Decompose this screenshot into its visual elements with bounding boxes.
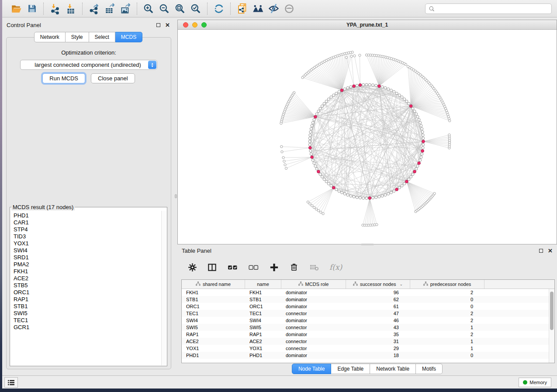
- float-panel-icon[interactable]: [156, 23, 160, 27]
- export-image-icon[interactable]: [118, 2, 133, 16]
- column-header-name[interactable]: name: [245, 280, 281, 289]
- deselect-all-icon[interactable]: [248, 262, 259, 273]
- mcds-list-scrollbar[interactable]: [161, 211, 166, 365]
- tab-select[interactable]: Select: [89, 32, 115, 42]
- mcds-result-item[interactable]: SRD1: [14, 254, 161, 261]
- tab-style[interactable]: Style: [66, 32, 89, 42]
- run-mcds-button[interactable]: Run MCDS: [42, 73, 85, 83]
- table-row[interactable]: YOX1YOX1connector291: [182, 345, 554, 352]
- mcds-result-list: PHD1CAR1STP4TID3YOX1SWI4SRD1PMA2FKH1ACE2…: [10, 211, 161, 365]
- mcds-result-item[interactable]: GCR1: [14, 324, 161, 331]
- column-header-shared-name[interactable]: shared name: [182, 280, 245, 289]
- mcds-result-item[interactable]: ACE2: [14, 275, 161, 282]
- mcds-result-item[interactable]: CAR1: [14, 219, 161, 226]
- mcds-result-item[interactable]: TID3: [14, 233, 161, 240]
- mcds-result-item[interactable]: STB1: [14, 303, 161, 310]
- save-session-icon[interactable]: [24, 2, 40, 16]
- mcds-result-item[interactable]: TEC1: [14, 317, 161, 324]
- apply-layout-icon[interactable]: [211, 2, 227, 16]
- mcds-result-item[interactable]: STB5: [14, 282, 161, 289]
- mcds-result-item[interactable]: RAP1: [14, 296, 161, 303]
- cell-name: SWI5: [245, 325, 281, 330]
- add-column-icon[interactable]: [269, 262, 279, 272]
- search-input[interactable]: [435, 5, 548, 12]
- column-label: successor nodes: [360, 282, 396, 287]
- zoom-in-icon[interactable]: [141, 2, 156, 16]
- zoom-out-icon[interactable]: [156, 2, 172, 16]
- panel-divider-vertical[interactable]: [174, 20, 177, 375]
- close-panel-icon[interactable]: ✕: [165, 23, 170, 27]
- table-panel-tabs: Node TableEdge TableNetwork TableMotifs: [177, 364, 557, 374]
- table-row[interactable]: ACE2ACE2connector311: [182, 338, 554, 345]
- table-row[interactable]: TEC1TEC1connector472: [182, 310, 554, 317]
- network-window-titlebar[interactable]: YPA_prune.txt_1: [178, 20, 557, 30]
- export-table-icon[interactable]: [102, 2, 118, 16]
- column-header-predecessor-nodes[interactable]: predecessor nodes: [410, 280, 484, 289]
- column-header-MCDS-role[interactable]: MCDS role: [281, 280, 346, 289]
- search-field[interactable]: [425, 3, 552, 14]
- import-table-icon[interactable]: [63, 2, 79, 16]
- mcds-result-item[interactable]: FKH1: [14, 268, 161, 275]
- close-panel-button[interactable]: Close panel: [91, 73, 135, 83]
- table-scrollbar[interactable]: [549, 289, 554, 363]
- tab-edge-table[interactable]: Edge Table: [331, 364, 370, 374]
- table-row[interactable]: RAP1RAP1dominator352: [182, 331, 554, 338]
- node-table: shared namenameMCDS rolesuccessor nodes⌄…: [181, 279, 555, 363]
- hide-selected-icon[interactable]: [266, 2, 281, 16]
- close-panel-icon[interactable]: ✕: [548, 249, 553, 253]
- network-graph[interactable]: [178, 30, 557, 244]
- show-all-icon[interactable]: [281, 2, 297, 16]
- mcds-result-item[interactable]: YOX1: [14, 240, 161, 247]
- tab-network-table[interactable]: Network Table: [370, 364, 416, 374]
- memory-button[interactable]: Memory: [519, 378, 551, 387]
- tab-mcds[interactable]: MCDS: [115, 32, 142, 42]
- cell-shared-name: SWI4: [182, 318, 245, 323]
- first-neighbors-icon[interactable]: [250, 2, 266, 16]
- mcds-result-item[interactable]: SWI4: [14, 247, 161, 254]
- table-row[interactable]: PHD1PHD1dominator180: [182, 352, 554, 359]
- delete-column-icon[interactable]: [289, 262, 299, 272]
- table-row[interactable]: SWI5SWI5connector431: [182, 324, 554, 331]
- search-icon: [429, 6, 435, 12]
- table-settings-icon[interactable]: [188, 263, 197, 272]
- open-session-icon[interactable]: [8, 2, 24, 16]
- cell-MCDS-role: dominator: [281, 353, 346, 358]
- tab-node-table[interactable]: Node Table: [292, 364, 332, 374]
- cell-successor-nodes: 46: [346, 318, 410, 323]
- tab-network[interactable]: Network: [34, 32, 66, 42]
- table-row[interactable]: SWI4SWI4dominator462: [182, 317, 554, 324]
- dropdown-stepper-icon: ▲▼: [148, 61, 156, 69]
- export-network-icon[interactable]: [86, 2, 102, 16]
- mcds-result-item[interactable]: STP4: [14, 226, 161, 233]
- import-network-icon[interactable]: [47, 2, 63, 16]
- zoom-selected-icon[interactable]: [188, 2, 204, 16]
- column-header-successor-nodes[interactable]: successor nodes⌄: [346, 280, 410, 289]
- zoom-fit-icon[interactable]: [172, 2, 188, 16]
- task-history-button[interactable]: [4, 377, 18, 388]
- cell-MCDS-role: dominator: [281, 332, 346, 337]
- table-panel-title: Table Panel: [182, 248, 211, 254]
- delete-table-icon[interactable]: [309, 262, 319, 272]
- table-row[interactable]: STB1STB1dominator620: [182, 296, 554, 303]
- cell-successor-nodes: 35: [346, 332, 410, 337]
- mcds-result-item[interactable]: PHD1: [14, 212, 161, 219]
- table-row[interactable]: ORC1ORC1dominator610: [182, 303, 554, 310]
- table-row[interactable]: FKH1FKH1dominator962: [182, 289, 554, 296]
- cell-successor-nodes: 18: [346, 353, 410, 358]
- column-label: MCDS role: [305, 282, 329, 287]
- column-selector-icon[interactable]: [207, 262, 217, 272]
- new-network-from-selection-icon[interactable]: [234, 2, 250, 16]
- mcds-result-item[interactable]: ORC1: [14, 289, 161, 296]
- network-canvas[interactable]: [178, 30, 557, 244]
- function-builder-icon[interactable]: f(x): [329, 263, 342, 272]
- tab-motifs[interactable]: Motifs: [416, 364, 443, 374]
- column-label: shared name: [203, 282, 231, 287]
- mcds-result-item[interactable]: PMA2: [14, 261, 161, 268]
- mcds-result-item[interactable]: SWI5: [14, 310, 161, 317]
- main-toolbar: [2, 0, 557, 17]
- divider-grip[interactable]: [175, 194, 177, 198]
- criterion-dropdown[interactable]: largest connected component (undirected)…: [20, 60, 157, 70]
- table-scrollbar-thumb[interactable]: [550, 292, 554, 330]
- select-all-icon[interactable]: [227, 262, 238, 273]
- float-panel-icon[interactable]: [539, 249, 543, 253]
